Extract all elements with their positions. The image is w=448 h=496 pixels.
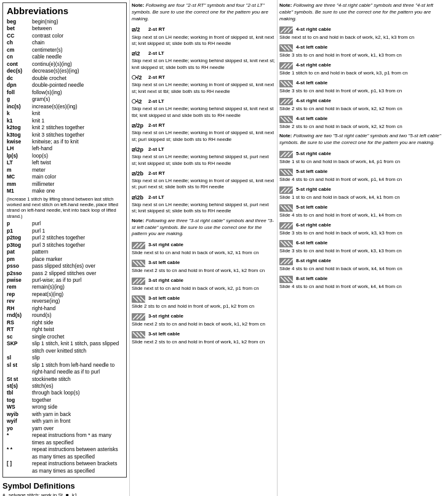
cable-entry: 3-st left cable Slide next 2 sts to cn a… bbox=[132, 330, 275, 345]
abbrev-key: bet bbox=[7, 25, 30, 32]
cable-symbol bbox=[279, 150, 294, 158]
abbrev-val: double-pointed needle bbox=[32, 82, 122, 89]
abbrev-key: k3tog bbox=[7, 132, 30, 138]
cable-header: 3-st right cable bbox=[132, 241, 275, 249]
cable-name: 8-st right cable bbox=[296, 258, 331, 265]
abbrev-key: sl st bbox=[7, 362, 30, 376]
abbrev-val: reverse(ing) bbox=[32, 298, 122, 305]
cable-entry: ⧄/2p 2-st RT Skip next st on LH needle; … bbox=[132, 122, 275, 143]
cable-entry: 3-st left cable Slide 2 sts to cn and ho… bbox=[132, 295, 275, 310]
abbrev-val: remain(s)(ing) bbox=[32, 284, 122, 290]
mid-note-2: Note: Following are three "3-st right ca… bbox=[132, 218, 275, 238]
cable-symbol bbox=[132, 259, 146, 267]
symbol-grid: +selvage stitch; work in St st■k1□p1◆k t… bbox=[2, 492, 127, 496]
abbrev-key: p2tog bbox=[7, 234, 30, 241]
abbrev-val: knit 3 stitches together bbox=[32, 132, 122, 138]
abbrev-val: left-hand bbox=[32, 145, 122, 152]
right-note-1: Note: Following are three "4-st right ca… bbox=[279, 2, 446, 22]
cable-symbol bbox=[279, 26, 294, 34]
abbrev-key: LT bbox=[7, 159, 30, 166]
cable-desc: Skip next st on LH needle; working behin… bbox=[132, 202, 275, 215]
abbrev-key: wyib bbox=[7, 411, 30, 418]
cable-symbol: ⧄/2b bbox=[132, 170, 146, 177]
abbrev-key: tbl bbox=[7, 390, 30, 396]
abbrev-val: slip 1 stitch, knit 1 stitch, pass slipp… bbox=[32, 340, 122, 354]
cable-name: 8-st left cable bbox=[296, 276, 327, 282]
cable-header: 4-st left cable bbox=[279, 79, 446, 87]
abbrev-val: loop(s) bbox=[32, 153, 122, 159]
cable-symbol bbox=[279, 275, 294, 283]
cable-name: 3-st right cable bbox=[148, 242, 183, 249]
abbrev-val: repeat instructions between asterisks as… bbox=[32, 446, 122, 460]
abbrev-key: m bbox=[7, 167, 30, 174]
cable-header: 4-st right cable bbox=[279, 62, 446, 70]
abbrev-key: lp(s) bbox=[7, 153, 30, 159]
cable-entry: ⧄\2p 2-st LT Skip next st on LH needle; … bbox=[132, 146, 275, 167]
cable-desc: Skip next st on LH needle; working in fr… bbox=[132, 82, 275, 95]
cable-entry: ⧄/2b 2-st RT Skip next st on LH needle; … bbox=[132, 170, 275, 191]
cable-name: 2-st RT bbox=[148, 122, 165, 129]
cable-name: 3-st right cable bbox=[148, 278, 183, 284]
cable-name: 4-st right cable bbox=[296, 98, 331, 105]
cable-name: 5-st right cable bbox=[296, 151, 331, 158]
mid-note-1: Note: Following are four "2-st RT" symbo… bbox=[132, 2, 275, 22]
abbrev-val: meter bbox=[32, 167, 122, 174]
abbrev-val: knitwise; as if to knit bbox=[32, 138, 122, 145]
cable-desc: Slide next st to cn and hold in back of … bbox=[279, 34, 446, 41]
abbrev-val: single crochet bbox=[32, 334, 122, 340]
abbrev-key: st(s) bbox=[7, 383, 30, 390]
cable-symbol: ⧄/2p bbox=[132, 122, 146, 129]
cable-symbol: ⧄/2 bbox=[132, 26, 146, 33]
cable-desc: Skip next st on LH needle; working behin… bbox=[132, 154, 275, 167]
abbrev-val: together bbox=[32, 397, 122, 404]
abbrev-key: cont bbox=[7, 61, 30, 68]
cable-desc: Slide 1 st to cn and hold in back of wor… bbox=[279, 159, 446, 165]
abbrev-key: pat bbox=[7, 249, 30, 255]
abbrev-val: through back loop(s) bbox=[32, 390, 122, 396]
abbrev-key: LH bbox=[7, 145, 30, 152]
abbrev-key: SKP bbox=[7, 340, 30, 354]
cable-symbol bbox=[279, 204, 294, 212]
cable-name: 4-st left cable bbox=[296, 80, 327, 87]
cable-entry: ⧃\2 2-st LT Skip next st on LH needle; w… bbox=[132, 98, 275, 119]
cable-symbol bbox=[279, 62, 294, 70]
cable-symbol: ⧃/2 bbox=[132, 74, 146, 81]
abbrev-val: double crochet bbox=[32, 75, 122, 82]
cable-entry: 4-st right cable Slide 2 sts to cn and h… bbox=[279, 97, 446, 112]
right-cables: 4-st right cable Slide next st to cn and… bbox=[279, 26, 446, 130]
abbrev-key: dpn bbox=[7, 82, 30, 89]
cable-name: 5-st left cable bbox=[296, 204, 327, 211]
abbrev-key: ch bbox=[7, 39, 30, 46]
cable-name: 2-st LT bbox=[148, 194, 164, 201]
cable-entry: 4-st left cable Slide 2 sts to cn and ho… bbox=[279, 115, 446, 130]
abbrev-val: pattern bbox=[32, 249, 122, 255]
cable-entry: 4-st left cable Slide 3 sts to cn and ho… bbox=[279, 44, 446, 58]
abbrev-key: rem bbox=[7, 284, 30, 290]
abbrev-val: right-hand bbox=[32, 305, 122, 312]
cable-entry: 5-st left cable Slide 4 sts to cn and ho… bbox=[279, 168, 446, 183]
cable-entry: ⧃/2 2-st RT Skip next st on LH needle; w… bbox=[132, 74, 275, 95]
cable-header: 5-st right cable bbox=[279, 150, 446, 158]
cable-desc: Skip next st on LH needle; working in fr… bbox=[132, 130, 275, 143]
cable-entry: 3-st right cable Slide next 2 sts to cn … bbox=[132, 313, 275, 327]
abbrev-val: millimeter bbox=[32, 181, 122, 188]
abbrev-val: repeat instructions between brackets as … bbox=[32, 460, 122, 474]
cable-desc: Skip next st on LH needle; working behin… bbox=[132, 58, 275, 71]
abbrev-val: wrong side bbox=[32, 404, 122, 410]
cable-name: 4-st right cable bbox=[296, 62, 331, 69]
cable-symbol bbox=[279, 222, 294, 230]
cable-name: 3-st left cable bbox=[148, 260, 180, 266]
abbrev-val: pass slipped stitch(es) over bbox=[32, 263, 122, 270]
cable-name: 3-st left cable bbox=[148, 295, 180, 302]
cable-symbol bbox=[279, 44, 294, 52]
abbrev-key: p bbox=[7, 220, 30, 227]
cable-header: 3-st right cable bbox=[132, 313, 275, 321]
cable-symbol bbox=[279, 168, 294, 176]
abbrev-val: with yarn in front bbox=[32, 418, 122, 425]
abbrev-key: p3tog bbox=[7, 242, 30, 249]
cable-desc: Slide next 2 sts to cn and hold in back … bbox=[132, 321, 275, 327]
cable-entry: 6-st right cable Slide 3 sts to cn and h… bbox=[279, 222, 446, 236]
cable-name: 2-st RT bbox=[148, 170, 165, 177]
cable-header: 5-st left cable bbox=[279, 204, 446, 212]
abbrev-key: dec(s) bbox=[7, 68, 30, 74]
